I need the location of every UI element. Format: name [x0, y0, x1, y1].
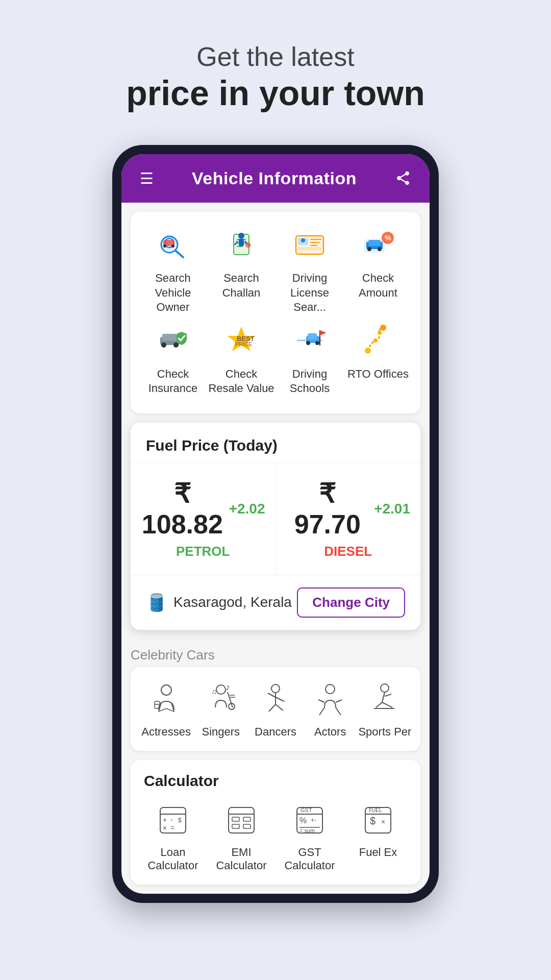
celebrity-item-singers[interactable]: ♪ ♫ Singers [193, 679, 248, 739]
svg-point-5 [171, 244, 174, 248]
fuel-ex-label: Fuel Ex [359, 846, 397, 859]
check-insurance-label: Check Insurance [140, 367, 206, 396]
check-amount-label: Check Amount [345, 271, 411, 300]
search-challan-label: Search Challan [208, 271, 274, 300]
svg-rect-84 [232, 817, 239, 821]
fuel-card: Fuel Price (Today) ₹ 108.82 +2.02 PETROL… [131, 423, 420, 630]
svg-text:PRICE: PRICE [235, 341, 253, 347]
phone-frame: ☰ Vehicle Information [112, 145, 439, 903]
grid-item-search-challan[interactable]: Search Challan [208, 224, 274, 315]
driving-schools-icon [289, 320, 330, 361]
hero-title: price in your town [31, 72, 520, 114]
actresses-label: Actresses [141, 725, 191, 739]
svg-text:$: $ [370, 815, 375, 826]
grid-item-check-amount[interactable]: % Check Amount [345, 224, 411, 315]
petrol-amount: ₹ 108.82 +2.02 [141, 478, 265, 540]
celebrity-item-dancers[interactable]: Dancers [248, 679, 303, 739]
diesel-value: ₹ 97.70 [286, 478, 369, 540]
diesel-label: DIESEL [286, 544, 411, 559]
check-amount-icon: % [358, 224, 398, 265]
grid-item-driving-license[interactable]: Driving License Sear... [277, 224, 343, 315]
svg-line-2 [176, 251, 183, 257]
actors-icon [310, 679, 350, 720]
loan-calculator-label: Loan Calculator [140, 846, 206, 872]
actresses-icon [146, 679, 187, 720]
fuel-city: 🛢️ Kasaragod, Kerala [146, 592, 292, 612]
svg-text:+: + [163, 816, 167, 824]
grid-item-search-vehicle-owner[interactable]: Search Vehicle Owner [140, 224, 206, 315]
emi-calculator-icon [221, 800, 262, 841]
svg-line-73 [376, 702, 382, 707]
fuel-drop-icon: 🛢️ [146, 592, 167, 612]
grid-item-check-insurance[interactable]: Check Insurance [140, 320, 206, 396]
search-challan-icon [221, 224, 262, 265]
svg-rect-25 [368, 240, 381, 246]
svg-line-65 [319, 707, 324, 715]
singers-icon: ♪ ♫ [201, 679, 241, 720]
svg-point-64 [325, 684, 335, 694]
calc-item-gst[interactable]: GST % +- = sum GST Calculator [277, 800, 343, 872]
grid-row-1: Search Vehicle Owner [139, 224, 412, 315]
celebrity-section: Actresses ♪ [131, 667, 420, 751]
driving-schools-label: Driving Schools [277, 367, 343, 396]
grid-item-rto-offices[interactable]: RTO Offices [345, 320, 411, 396]
fuel-prices: ₹ 108.82 +2.02 PETROL ₹ 97.70 +2.01 DIES… [131, 463, 420, 575]
svg-point-69 [381, 684, 389, 692]
change-city-button[interactable]: Change City [297, 587, 405, 618]
svg-point-10 [238, 233, 244, 239]
sports-persons-label: Sports Per [358, 725, 411, 739]
grid-item-driving-schools[interactable]: Driving Schools [277, 320, 343, 396]
svg-point-26 [367, 247, 371, 251]
celebrity-item-actors[interactable]: Actors [303, 679, 358, 739]
sports-persons-icon [364, 679, 405, 720]
share-icon[interactable] [395, 170, 411, 186]
svg-rect-39 [308, 333, 317, 339]
diesel-change: +2.01 [374, 501, 410, 517]
svg-point-46 [373, 338, 378, 342]
hero-section: Get the latest price in your town [0, 0, 551, 135]
svg-point-40 [306, 341, 310, 345]
svg-text:%: % [385, 234, 391, 242]
svg-line-61 [276, 697, 284, 701]
celebrity-item-actresses[interactable]: Actresses [139, 679, 193, 739]
svg-rect-31 [162, 334, 177, 341]
svg-point-51 [216, 685, 226, 694]
phone-screen: ☰ Vehicle Information [121, 154, 430, 894]
svg-text:%: % [299, 816, 307, 825]
hero-subtitle: Get the latest [31, 41, 520, 72]
celebrity-item-sports-persons[interactable]: Sports Per [358, 679, 412, 739]
svg-point-47 [378, 331, 382, 335]
actors-label: Actors [314, 725, 346, 739]
petrol-label: PETROL [141, 544, 265, 559]
svg-text:=: = [170, 824, 174, 832]
calculator-header: Calculator [139, 772, 412, 790]
svg-point-41 [315, 341, 319, 345]
petrol-change: +2.02 [229, 501, 265, 517]
search-vehicle-icon [153, 224, 193, 265]
svg-line-72 [385, 694, 391, 696]
grid-item-check-resale-value[interactable]: BEST PRICE Check Resale Value [208, 320, 274, 396]
svg-rect-86 [232, 824, 239, 828]
svg-point-18 [301, 238, 305, 242]
calc-item-emi[interactable]: EMI Calculator [208, 800, 274, 872]
svg-point-45 [365, 348, 371, 354]
svg-text:♫: ♫ [211, 688, 217, 696]
svg-text:FUEL: FUEL [369, 807, 382, 813]
dancers-icon [255, 679, 296, 720]
check-resale-value-icon: BEST PRICE [221, 320, 262, 361]
calc-item-fuel-ex[interactable]: FUEL $ × Fuel Ex [345, 800, 411, 872]
hamburger-icon[interactable]: ☰ [140, 169, 154, 187]
fuel-ex-icon: FUEL $ × [358, 800, 398, 841]
petrol-price-item: ₹ 108.82 +2.02 PETROL [131, 463, 276, 575]
calc-item-loan[interactable]: + - × = $ Loan Calculator [140, 800, 206, 872]
svg-point-33 [173, 342, 179, 348]
search-vehicle-owner-label: Search Vehicle Owner [140, 271, 206, 315]
svg-rect-22 [298, 247, 321, 250]
rto-offices-label: RTO Offices [347, 367, 409, 382]
check-insurance-icon [153, 320, 193, 361]
city-name: Kasaragod, Kerala [173, 594, 292, 610]
fuel-card-header: Fuel Price (Today) [131, 423, 420, 463]
gst-calculator-label: GST Calculator [277, 846, 343, 872]
check-resale-value-label: Check Resale Value [208, 367, 274, 396]
singers-label: Singers [202, 725, 240, 739]
